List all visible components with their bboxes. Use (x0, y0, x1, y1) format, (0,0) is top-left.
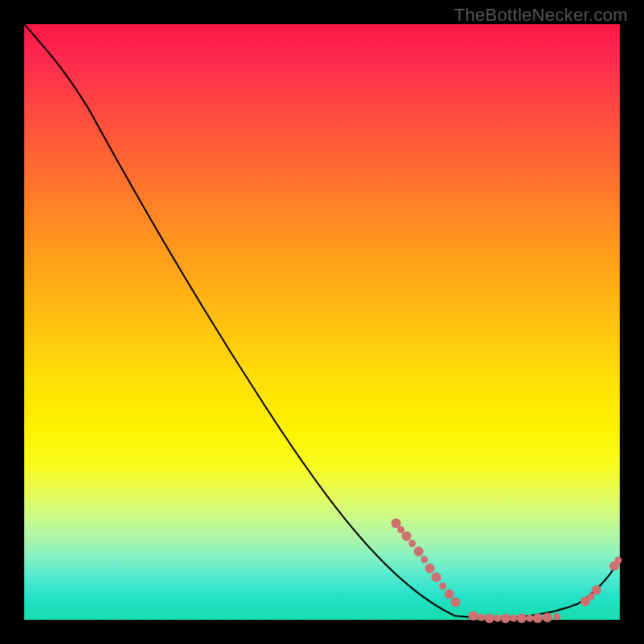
data-point (592, 585, 601, 595)
data-point (485, 613, 494, 623)
data-point (431, 572, 441, 582)
data-point (554, 613, 561, 621)
data-point (425, 564, 435, 573)
data-point (501, 613, 510, 623)
data-point (440, 583, 447, 590)
data-point (421, 556, 428, 564)
data-point (615, 557, 622, 564)
data-point (543, 613, 552, 622)
data-point (469, 611, 478, 621)
data-point (414, 547, 423, 556)
data-point (517, 613, 526, 623)
data-point (533, 613, 543, 623)
plot-area (24, 24, 620, 620)
data-point (409, 540, 416, 547)
chart-container: TheBottleNecker.com (0, 0, 644, 644)
data-point (451, 597, 460, 607)
data-points (24, 24, 620, 620)
watermark: TheBottleNecker.com (454, 5, 628, 26)
